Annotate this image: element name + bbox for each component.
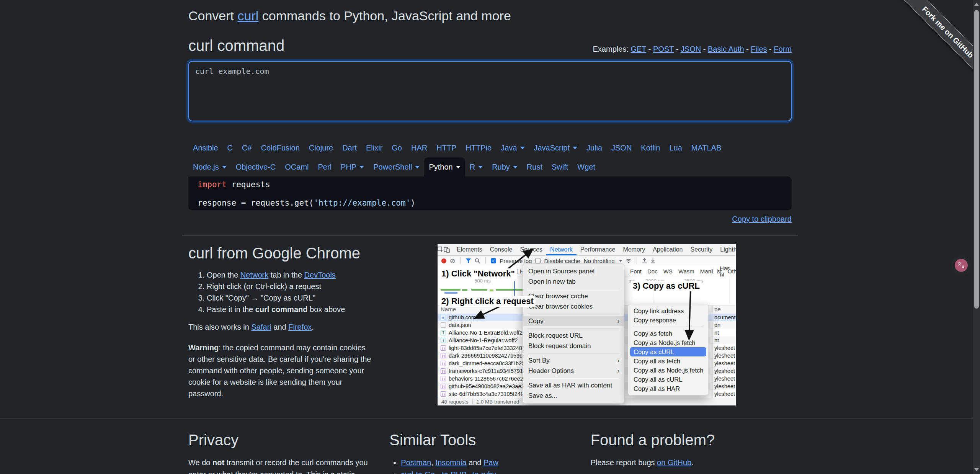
language-tab[interactable]: Ruby [487, 157, 522, 177]
code-line-blank [198, 189, 782, 198]
request-type: nt [714, 337, 719, 343]
type-filter: Font [630, 268, 642, 275]
curl-input[interactable]: curl example.com [188, 61, 792, 121]
warning-line: command with other people, sending someo… [188, 365, 405, 376]
fork-me-on-github-ribbon[interactable]: Fork me on GitHub [896, 0, 980, 84]
example-item: POST [646, 45, 674, 53]
scrollbar-thumb[interactable] [974, 10, 979, 309]
status-item: 48 requests [438, 399, 472, 405]
language-tab[interactable]: HTTPie [461, 138, 496, 157]
chevron-down-icon [573, 147, 577, 149]
chevron-down-icon [619, 260, 622, 262]
scrollbar[interactable] [973, 0, 980, 474]
language-tab[interactable]: Elixir [361, 138, 387, 157]
has-blocked-checkbox [712, 269, 718, 274]
language-tab[interactable]: HTTP [432, 138, 461, 157]
copy-row: Copy to clipboard [188, 213, 792, 225]
type-filter: Doc [647, 268, 658, 275]
file-type-icon [441, 391, 446, 397]
language-tab-label: Go [392, 142, 402, 154]
submenu-item: Copy as cURL [630, 347, 706, 356]
translate-extension-button[interactable]: A [955, 259, 968, 272]
separator [485, 257, 486, 264]
curl-command-title: curl command [188, 34, 284, 57]
context-menu-item: Clear browser cache› [523, 291, 624, 301]
language-tab[interactable]: C# [237, 138, 256, 157]
language-tab[interactable]: Clojure [304, 138, 338, 157]
preserve-log-checkbox: ✓ [491, 258, 496, 263]
language-tab[interactable]: Dart [338, 138, 361, 157]
context-menu-item: Save all as HAR with content› [523, 380, 624, 391]
waterfall-bar [496, 289, 525, 291]
devtools-tab: Application [649, 244, 686, 255]
language-tab-label: Kotlin [641, 142, 660, 154]
language-tab[interactable]: Python [424, 157, 465, 177]
context-menu-item: Sort By› [523, 355, 624, 366]
context-menu-item: › [528, 314, 619, 314]
language-tab[interactable]: Wget [573, 157, 600, 177]
language-tab[interactable]: JavaScript [529, 138, 582, 157]
example-link[interactable]: Form [774, 45, 792, 53]
network-conditions-icon [626, 258, 632, 263]
language-tab[interactable]: R [465, 157, 487, 177]
language-tab[interactable]: HAR [407, 138, 432, 157]
request-type: on [714, 322, 720, 328]
language-tab-label: C [227, 142, 233, 154]
example-item: GET [630, 45, 646, 53]
language-tab[interactable]: Lua [665, 138, 686, 157]
devtools-tabbar: ElementsConsoleSourcesNetworkPerformance… [438, 244, 736, 256]
page-tagline: Convert curl commands to Python, JavaScr… [188, 6, 792, 26]
tools-item: Postman, Insomnia and Paw [401, 457, 573, 469]
devtools-tab: Console [486, 244, 516, 255]
language-tab[interactable]: JSON [607, 138, 636, 157]
language-tab[interactable]: PHP [336, 157, 369, 177]
language-tab[interactable]: Kotlin [636, 138, 665, 157]
similar-tools-column: Similar Tools Postman, Insomnia and Paw … [389, 428, 590, 474]
language-tab[interactable]: Go [387, 138, 407, 157]
language-tab-label: OCaml [285, 161, 309, 173]
problem-title: Found a problem? [591, 428, 774, 451]
language-tab[interactable]: C [223, 138, 237, 157]
language-tab[interactable]: MATLAB [687, 138, 726, 157]
type-column-header: pe [714, 306, 721, 312]
scroll-down-icon[interactable] [974, 468, 979, 471]
language-tab[interactable]: Java [496, 138, 529, 157]
language-tab[interactable]: PowerShell [369, 157, 424, 177]
gridline [729, 276, 730, 305]
context-menu-item: Block request URL› [523, 330, 624, 341]
example-link[interactable]: Files [751, 45, 767, 53]
example-link[interactable]: POST [653, 45, 674, 53]
language-tab-label: PHP [341, 161, 356, 173]
chevron-down-icon [478, 166, 483, 168]
language-tab[interactable]: OCaml [280, 157, 313, 177]
file-type-icon [441, 368, 446, 374]
file-type-icon [441, 315, 446, 320]
language-tab[interactable]: Objective-C [231, 157, 280, 177]
submenu-item: Copy all as Node.js fetch [628, 366, 708, 375]
language-tab-label: Objective-C [236, 161, 276, 173]
language-tab-label: HTTP [436, 142, 456, 154]
context-menu-item: Save as...› [523, 391, 624, 401]
language-tab[interactable]: Node.js [188, 157, 231, 177]
inspect-cursor-icon [438, 247, 444, 253]
language-tab[interactable]: Rust [522, 157, 547, 177]
language-tab[interactable]: Perl [314, 157, 336, 177]
language-tab-label: Dart [342, 142, 357, 154]
example-link[interactable]: GET [630, 45, 646, 53]
language-tab[interactable]: Ansible [188, 138, 223, 157]
devtools-tabs: ElementsConsoleSourcesNetworkPerformance… [453, 244, 736, 255]
tagline-part[interactable]: curl [238, 8, 259, 23]
example-item: JSON [674, 45, 701, 53]
has-blocked-label: Has bl [720, 265, 736, 278]
disable-cache-checkbox [535, 258, 541, 263]
scroll-up-icon[interactable] [974, 3, 979, 6]
language-tab[interactable]: Julia [582, 138, 607, 157]
language-tab[interactable]: ColdFusion [256, 138, 304, 157]
example-link[interactable]: Basic Auth [708, 45, 744, 53]
example-link[interactable]: JSON [681, 45, 701, 53]
language-tab-label: Rust [527, 161, 542, 173]
language-tab-label: Java [501, 142, 517, 154]
language-tab[interactable]: Swift [547, 157, 573, 177]
language-row-2: Node.jsObjective-COCamlPerlPHPPowerShell… [188, 157, 792, 177]
copy-to-clipboard-link[interactable]: Copy to clipboard [732, 215, 792, 223]
